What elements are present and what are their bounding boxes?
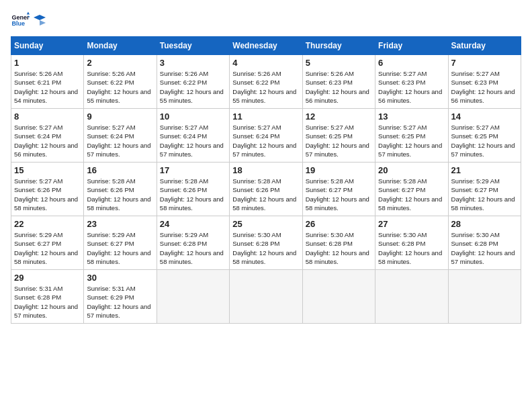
sunrise-label: Sunrise: 5:30 AM: [451, 231, 500, 238]
sunset-label: Sunset: 6:22 PM: [232, 79, 279, 86]
sunset-label: Sunset: 6:26 PM: [14, 186, 61, 193]
sunset-label: Sunset: 6:28 PM: [232, 240, 279, 247]
calendar-cell: 8 Sunrise: 5:27 AM Sunset: 6:24 PM Dayli…: [11, 109, 84, 163]
day-number: 4: [232, 58, 299, 68]
day-number: 21: [451, 165, 518, 175]
day-header-saturday: Saturday: [448, 37, 521, 55]
sunrise-label: Sunrise: 5:27 AM: [451, 124, 500, 131]
cell-info: Sunrise: 5:27 AM Sunset: 6:23 PM Dayligh…: [451, 69, 518, 105]
cell-info: Sunrise: 5:26 AM Sunset: 6:22 PM Dayligh…: [232, 69, 299, 105]
sunrise-label: Sunrise: 5:26 AM: [87, 70, 135, 77]
calendar-cell: [302, 270, 375, 324]
day-number: 10: [160, 111, 226, 122]
sunrise-label: Sunrise: 5:28 AM: [232, 177, 281, 185]
cell-info: Sunrise: 5:30 AM Sunset: 6:28 PM Dayligh…: [306, 230, 372, 266]
calendar-header-row: SundayMondayTuesdayWednesdayThursdayFrid…: [11, 37, 521, 55]
day-number: 14: [451, 111, 518, 122]
cell-info: Sunrise: 5:27 AM Sunset: 6:23 PM Dayligh…: [378, 69, 445, 105]
daylight-label: Daylight: 12 hours and 58 minutes.: [14, 195, 78, 212]
sunrise-label: Sunrise: 5:27 AM: [87, 124, 135, 131]
day-number: 8: [14, 111, 81, 122]
daylight-label: Daylight: 12 hours and 55 minutes.: [232, 88, 296, 104]
sunset-label: Sunset: 6:26 PM: [232, 186, 279, 193]
sunrise-label: Sunrise: 5:29 AM: [14, 231, 62, 238]
daylight-label: Daylight: 12 hours and 58 minutes.: [451, 195, 515, 212]
calendar-cell: 16 Sunrise: 5:28 AM Sunset: 6:26 PM Dayl…: [84, 163, 157, 216]
day-number: 15: [14, 165, 81, 175]
calendar-cell: 25 Sunrise: 5:30 AM Sunset: 6:28 PM Dayl…: [230, 216, 302, 270]
calendar-cell: 26 Sunrise: 5:30 AM Sunset: 6:28 PM Dayl…: [302, 216, 375, 270]
sunset-label: Sunset: 6:28 PM: [160, 240, 207, 247]
sunrise-label: Sunrise: 5:29 AM: [87, 231, 135, 238]
sunrise-label: Sunrise: 5:30 AM: [232, 231, 281, 238]
sunset-label: Sunset: 6:28 PM: [14, 293, 61, 301]
sunrise-label: Sunrise: 5:31 AM: [14, 285, 62, 292]
calendar-cell: 19 Sunrise: 5:28 AM Sunset: 6:27 PM Dayl…: [302, 163, 375, 216]
sunset-label: Sunset: 6:26 PM: [160, 186, 207, 193]
calendar-cell: [157, 270, 229, 324]
sunrise-label: Sunrise: 5:27 AM: [14, 124, 62, 131]
daylight-label: Daylight: 12 hours and 57 minutes.: [14, 303, 78, 319]
calendar-cell: 22 Sunrise: 5:29 AM Sunset: 6:27 PM Dayl…: [11, 216, 84, 270]
cell-info: Sunrise: 5:28 AM Sunset: 6:26 PM Dayligh…: [160, 177, 226, 212]
sunset-label: Sunset: 6:29 PM: [87, 293, 134, 301]
svg-text:Blue: Blue: [11, 20, 25, 27]
daylight-label: Daylight: 12 hours and 56 minutes.: [378, 88, 442, 104]
day-header-monday: Monday: [84, 37, 157, 55]
calendar-cell: 9 Sunrise: 5:27 AM Sunset: 6:24 PM Dayli…: [84, 109, 157, 163]
sunrise-label: Sunrise: 5:27 AM: [451, 70, 500, 77]
daylight-label: Daylight: 12 hours and 58 minutes.: [160, 195, 224, 212]
calendar-cell: 27 Sunrise: 5:30 AM Sunset: 6:28 PM Dayl…: [375, 216, 448, 270]
daylight-label: Daylight: 12 hours and 58 minutes.: [306, 195, 369, 212]
cell-info: Sunrise: 5:30 AM Sunset: 6:28 PM Dayligh…: [232, 230, 299, 266]
sunset-label: Sunset: 6:23 PM: [451, 79, 498, 86]
daylight-label: Daylight: 12 hours and 57 minutes.: [451, 142, 515, 158]
daylight-label: Daylight: 12 hours and 58 minutes.: [232, 249, 296, 265]
sunrise-label: Sunrise: 5:26 AM: [14, 70, 62, 77]
svg-marker-4: [34, 15, 46, 20]
calendar-cell: 29 Sunrise: 5:31 AM Sunset: 6:28 PM Dayl…: [11, 270, 84, 324]
sunrise-label: Sunrise: 5:30 AM: [306, 231, 354, 238]
cell-info: Sunrise: 5:27 AM Sunset: 6:25 PM Dayligh…: [451, 123, 518, 158]
cell-info: Sunrise: 5:27 AM Sunset: 6:24 PM Dayligh…: [232, 123, 299, 158]
sunrise-label: Sunrise: 5:26 AM: [160, 70, 208, 77]
day-header-sunday: Sunday: [11, 37, 84, 55]
daylight-label: Daylight: 12 hours and 55 minutes.: [160, 88, 224, 104]
day-number: 27: [378, 219, 445, 229]
header: General Blue: [11, 11, 521, 30]
cell-info: Sunrise: 5:27 AM Sunset: 6:24 PM Dayligh…: [87, 123, 153, 158]
calendar-cell: [230, 270, 302, 324]
svg-marker-2: [27, 11, 30, 14]
sunrise-label: Sunrise: 5:28 AM: [87, 177, 135, 185]
calendar-cell: 13 Sunrise: 5:27 AM Sunset: 6:25 PM Dayl…: [375, 109, 448, 163]
day-number: 29: [14, 273, 81, 283]
sunset-label: Sunset: 6:27 PM: [87, 240, 134, 247]
sunset-label: Sunset: 6:24 PM: [14, 132, 61, 140]
day-number: 19: [306, 165, 372, 175]
day-header-wednesday: Wednesday: [230, 37, 302, 55]
daylight-label: Daylight: 12 hours and 55 minutes.: [87, 88, 150, 104]
cell-info: Sunrise: 5:26 AM Sunset: 6:23 PM Dayligh…: [306, 69, 372, 105]
sunset-label: Sunset: 6:24 PM: [232, 132, 279, 140]
calendar-cell: 23 Sunrise: 5:29 AM Sunset: 6:27 PM Dayl…: [84, 216, 157, 270]
calendar-cell: 12 Sunrise: 5:27 AM Sunset: 6:25 PM Dayl…: [302, 109, 375, 163]
day-number: 20: [378, 165, 445, 175]
calendar-cell: 14 Sunrise: 5:27 AM Sunset: 6:25 PM Dayl…: [448, 109, 521, 163]
daylight-label: Daylight: 12 hours and 58 minutes.: [378, 249, 442, 265]
cell-info: Sunrise: 5:27 AM Sunset: 6:25 PM Dayligh…: [306, 123, 372, 158]
logo-flag-icon: [34, 14, 46, 26]
daylight-label: Daylight: 12 hours and 57 minutes.: [378, 142, 442, 158]
cell-info: Sunrise: 5:31 AM Sunset: 6:28 PM Dayligh…: [14, 284, 81, 320]
day-header-thursday: Thursday: [302, 37, 375, 55]
daylight-label: Daylight: 12 hours and 54 minutes.: [14, 88, 78, 104]
sunrise-label: Sunrise: 5:27 AM: [378, 70, 427, 77]
calendar-cell: 5 Sunrise: 5:26 AM Sunset: 6:23 PM Dayli…: [302, 55, 375, 109]
day-number: 12: [306, 111, 372, 122]
day-number: 3: [160, 58, 226, 68]
sunset-label: Sunset: 6:21 PM: [14, 79, 61, 86]
daylight-label: Daylight: 12 hours and 58 minutes.: [232, 195, 296, 212]
daylight-label: Daylight: 12 hours and 57 minutes.: [451, 249, 515, 265]
cell-info: Sunrise: 5:28 AM Sunset: 6:27 PM Dayligh…: [378, 177, 445, 212]
daylight-label: Daylight: 12 hours and 57 minutes.: [306, 142, 369, 158]
day-header-friday: Friday: [375, 37, 448, 55]
